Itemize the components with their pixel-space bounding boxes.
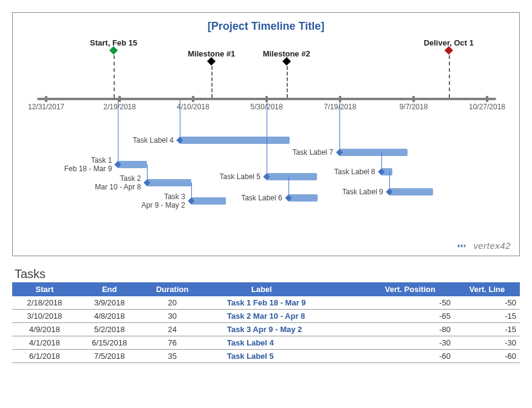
table-row: 3/10/20184/8/201830Task 2 Mar 10 - Apr 8… — [12, 310, 520, 323]
task-bar — [191, 197, 226, 205]
axis-tick-label: 10/27/2018 — [469, 103, 505, 111]
milestone-dashed-line — [211, 66, 213, 98]
table-cell: -60 — [454, 350, 520, 363]
table-cell: Task 1 Feb 18 - Mar 9 — [203, 296, 366, 310]
table-cell: -50 — [366, 296, 454, 310]
axis-tick — [486, 96, 488, 102]
table-cell: 6/15/2018 — [77, 336, 142, 350]
table-header: Vert. Line — [454, 282, 520, 296]
task-bar — [118, 161, 147, 168]
axis-tick — [118, 96, 121, 102]
table-header: Start — [12, 282, 77, 296]
table-cell: -30 — [454, 336, 520, 350]
task-bar — [288, 194, 318, 202]
table-cell: -50 — [454, 296, 520, 310]
axis-tick — [412, 96, 415, 102]
table-cell: 6/1/2018 — [12, 350, 77, 363]
task-bar — [180, 137, 290, 144]
task-label: Task 1Feb 18 - Mar 9 — [64, 156, 116, 174]
task-bar — [267, 173, 317, 180]
task-label: Task 2Mar 10 - Apr 8 — [95, 174, 145, 192]
task-label: Task Label 7 — [292, 148, 336, 157]
axis-tick — [192, 96, 194, 102]
task-label: Task 3Apr 9 - May 2 — [142, 192, 189, 210]
milestone-diamond-icon — [109, 46, 118, 55]
task-bar — [389, 188, 434, 195]
task-label: Task Label 9 — [342, 188, 386, 196]
axis-tick-label: 12/31/2017 — [28, 103, 64, 111]
table-cell: -15 — [454, 310, 520, 323]
table-cell: 7/5/2018 — [77, 350, 142, 363]
milestone-diamond-icon — [282, 57, 291, 66]
task-label: Task Label 6 — [241, 194, 285, 202]
chart-canvas: 12/31/20172/19/20184/10/20185/30/20187/1… — [13, 13, 519, 256]
task-label: Task Label 5 — [220, 172, 264, 181]
tasks-section-title: Tasks — [15, 267, 520, 281]
table-row: 4/1/20186/15/201876Task Label 4-30-30 — [12, 336, 520, 350]
table-cell: -60 — [366, 350, 454, 363]
task-bar — [147, 179, 191, 186]
table-cell: -15 — [454, 323, 520, 336]
table-cell: 4/8/2018 — [77, 310, 142, 323]
table-cell: 2/18/2018 — [12, 296, 77, 310]
table-cell: Task 2 Mar 10 - Apr 8 — [203, 310, 366, 323]
logo-icon — [457, 242, 469, 250]
table-cell: -80 — [366, 323, 454, 336]
table-header: End — [77, 282, 142, 296]
task-label: Task Label 4 — [133, 136, 177, 144]
table-cell: 76 — [142, 336, 203, 350]
axis-tick-label: 9/7/2018 — [400, 103, 428, 111]
vertex42-logo: vertex42 — [457, 240, 511, 251]
milestone-dashed-line — [287, 66, 288, 98]
task-connector-line — [339, 100, 340, 152]
timeline-chart: [Project Timeline Title] 12/31/20172/19/… — [12, 12, 520, 256]
table-cell: Task 3 Apr 9 - May 2 — [203, 323, 366, 336]
tasks-table: StartEndDurationLabelVert. PositionVert.… — [12, 282, 520, 363]
axis-tick-label: 7/19/2018 — [324, 103, 356, 111]
logo-text: vertex42 — [473, 240, 511, 251]
milestone-diamond-icon — [445, 46, 453, 55]
table-cell: 4/9/2018 — [12, 323, 77, 336]
svg-marker-2 — [463, 243, 465, 248]
table-row: 6/1/20187/5/201835Task Label 5-60-60 — [12, 350, 520, 363]
table-header: Label — [203, 282, 366, 296]
table-cell: 20 — [142, 296, 203, 310]
table-cell: 3/9/2018 — [77, 296, 142, 310]
task-connector-line — [118, 100, 118, 165]
table-header: Duration — [142, 282, 203, 296]
svg-marker-0 — [457, 243, 459, 248]
milestone-dashed-line — [449, 55, 450, 98]
milestone-dashed-line — [114, 55, 115, 98]
task-connector-line — [267, 100, 267, 177]
task-label: Task Label 8 — [334, 168, 378, 176]
table-cell: -65 — [366, 310, 454, 323]
table-row: 2/18/20183/9/201820Task 1 Feb 18 - Mar 9… — [12, 296, 520, 310]
table-cell: Task Label 4 — [203, 336, 366, 350]
table-cell: 35 — [142, 350, 203, 363]
svg-marker-1 — [460, 243, 462, 248]
task-connector-line — [180, 100, 180, 140]
table-cell: Task Label 5 — [203, 350, 366, 363]
task-bar — [339, 149, 408, 156]
axis-tick-label: 2/19/2018 — [103, 103, 135, 111]
table-cell: 5/2/2018 — [77, 323, 142, 336]
milestone-diamond-icon — [207, 57, 216, 66]
table-cell: 4/1/2018 — [12, 336, 77, 350]
axis-tick-label: 4/10/2018 — [177, 103, 209, 111]
table-cell: 3/10/2018 — [12, 310, 77, 323]
table-header: Vert. Position — [366, 282, 454, 296]
table-cell: -30 — [366, 336, 454, 350]
axis-tick — [45, 96, 47, 102]
table-row: 4/9/20185/2/201824Task 3 Apr 9 - May 2-8… — [12, 323, 520, 336]
table-cell: 30 — [142, 310, 203, 323]
table-cell: 24 — [142, 323, 203, 336]
